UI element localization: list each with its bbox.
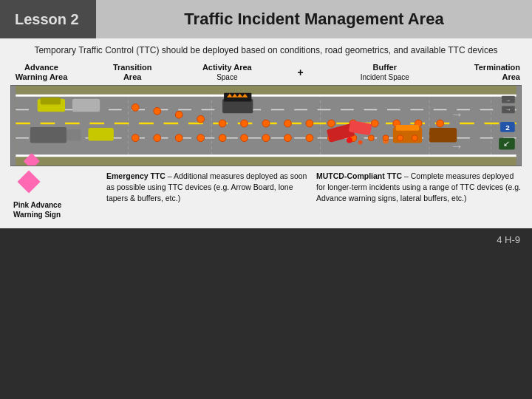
svg-point-25 bbox=[197, 134, 205, 142]
svg-rect-2 bbox=[16, 95, 516, 97]
mutcd-dash: – bbox=[402, 171, 411, 180]
zone-transition: TransitionArea bbox=[106, 63, 158, 82]
svg-point-14 bbox=[284, 120, 292, 127]
zone-plus: + bbox=[297, 66, 303, 78]
svg-point-12 bbox=[241, 120, 248, 127]
svg-rect-48 bbox=[396, 125, 419, 131]
pink-diamond-icon bbox=[17, 171, 40, 194]
svg-text:→: → bbox=[505, 107, 511, 114]
svg-point-28 bbox=[262, 134, 270, 142]
road-diagram: → → 2 ↙ → → bbox=[10, 85, 522, 166]
svg-point-22 bbox=[132, 134, 139, 142]
emergency-description: Emergency TTC – Additional measures depl… bbox=[106, 171, 316, 203]
svg-point-29 bbox=[284, 134, 292, 142]
svg-point-56 bbox=[412, 135, 417, 141]
svg-rect-35 bbox=[72, 99, 100, 112]
zones-row: AdvanceWarning Area TransitionArea Activ… bbox=[10, 63, 522, 82]
svg-rect-36 bbox=[30, 127, 66, 143]
zone-termination: TerminationArea bbox=[465, 63, 520, 82]
mutcd-description: MUTCD-Compliant TTC – Complete measures … bbox=[316, 171, 522, 203]
mutcd-label: MUTCD-Compliant TTC bbox=[316, 171, 402, 180]
svg-point-7 bbox=[132, 104, 139, 112]
svg-point-8 bbox=[154, 108, 161, 115]
zone-advance: AdvanceWarning Area bbox=[12, 63, 71, 82]
zone-buffer: Buffer Incident Space bbox=[341, 63, 429, 82]
lesson-label: Lesson 2 bbox=[15, 11, 79, 28]
footer: 4 H-9 bbox=[0, 228, 532, 250]
road-svg: → → 2 ↙ → → bbox=[11, 86, 521, 166]
subtitle-text: Temporary Traffic Control (TTC) should b… bbox=[10, 44, 522, 57]
svg-point-26 bbox=[219, 134, 226, 142]
svg-point-30 bbox=[306, 134, 313, 142]
description-row: Pink Advance Warning Sign Emergency TTC … bbox=[10, 171, 522, 219]
svg-point-18 bbox=[371, 120, 378, 127]
svg-point-10 bbox=[197, 115, 205, 123]
svg-point-23 bbox=[154, 134, 161, 142]
page-number: 4 H-9 bbox=[497, 234, 520, 245]
svg-point-16 bbox=[327, 120, 335, 127]
svg-point-11 bbox=[219, 120, 226, 127]
svg-point-53 bbox=[368, 135, 374, 141]
emergency-dash: – bbox=[166, 171, 174, 180]
svg-point-51 bbox=[358, 140, 363, 145]
svg-point-27 bbox=[241, 134, 248, 142]
svg-point-15 bbox=[306, 120, 313, 127]
lesson-badge: Lesson 2 bbox=[0, 0, 96, 38]
pink-sign-label: Pink Advance Warning Sign bbox=[13, 200, 61, 219]
svg-point-54 bbox=[383, 135, 389, 141]
zone-activity: Activity Area Space bbox=[194, 63, 260, 82]
svg-rect-34 bbox=[41, 98, 61, 105]
svg-text:→: → bbox=[505, 98, 511, 103]
page-title: Traffic Incident Management Area bbox=[96, 0, 532, 38]
svg-text:→: → bbox=[450, 107, 463, 122]
svg-rect-3 bbox=[16, 154, 516, 157]
svg-rect-38 bbox=[88, 128, 113, 141]
svg-text:↙: ↙ bbox=[503, 140, 510, 149]
svg-point-24 bbox=[175, 134, 183, 142]
svg-point-21 bbox=[437, 120, 444, 127]
svg-point-55 bbox=[398, 135, 403, 141]
svg-text:2: 2 bbox=[505, 123, 510, 132]
svg-point-13 bbox=[262, 120, 270, 127]
svg-point-9 bbox=[175, 112, 183, 119]
pink-sign-area: Pink Advance Warning Sign bbox=[10, 171, 106, 219]
svg-rect-37 bbox=[66, 129, 81, 141]
svg-point-50 bbox=[347, 137, 352, 143]
main-content: Temporary Traffic Control (TTC) should b… bbox=[0, 38, 532, 228]
emergency-label: Emergency TTC bbox=[106, 171, 166, 180]
header: Lesson 2 Traffic Incident Management Are… bbox=[0, 0, 532, 38]
svg-text:→: → bbox=[450, 140, 463, 154]
